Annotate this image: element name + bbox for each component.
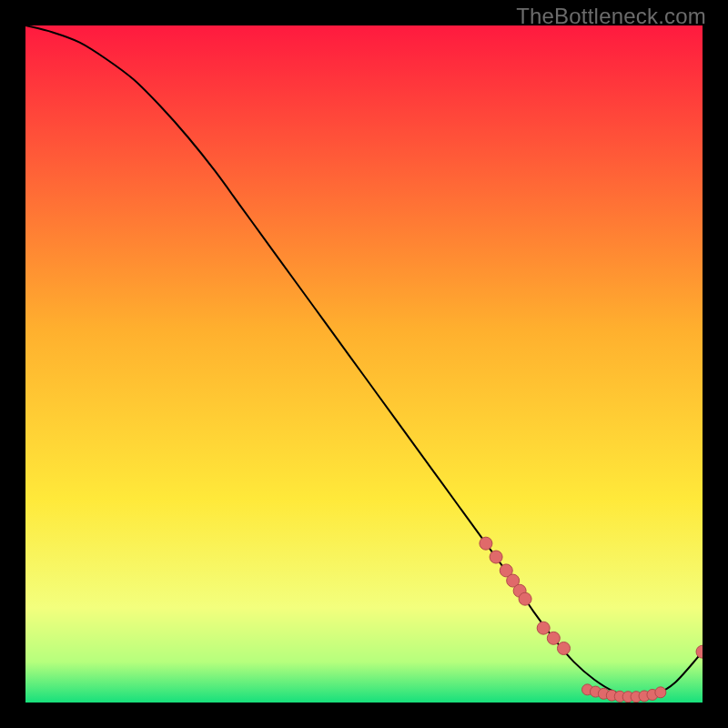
chart-svg xyxy=(25,25,703,703)
chart-container: TheBottleneck.com xyxy=(0,0,728,728)
data-marker xyxy=(557,642,570,654)
gradient-background xyxy=(25,25,703,703)
data-marker xyxy=(537,622,550,634)
data-marker xyxy=(655,687,666,698)
data-marker xyxy=(519,592,531,605)
data-marker xyxy=(490,551,502,563)
data-marker xyxy=(547,632,560,644)
plot-area xyxy=(25,25,703,703)
data-marker xyxy=(480,537,492,550)
watermark-text: TheBottleneck.com xyxy=(516,4,706,29)
